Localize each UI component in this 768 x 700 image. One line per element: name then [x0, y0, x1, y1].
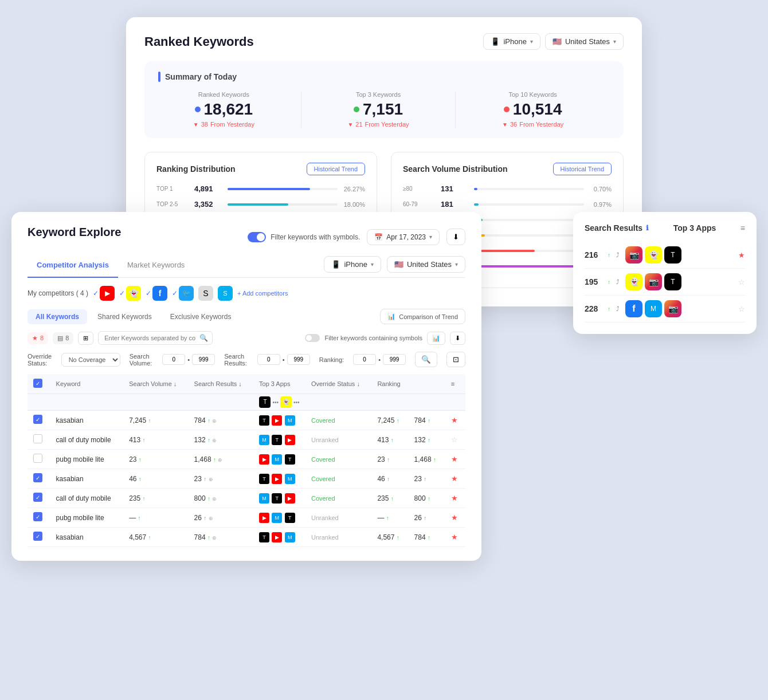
ms-app-icon: M	[285, 532, 295, 542]
select-all-checkbox[interactable]	[33, 379, 42, 388]
svd-row-ge80: ≥80 131 0.70%	[403, 184, 612, 193]
top3-apps-cell: ▶ M T	[253, 450, 305, 469]
results-title: Search Results ℹ	[585, 223, 649, 233]
ranking-vol-cell: 7,245 ↑	[371, 411, 408, 430]
override-status-select[interactable]: No Coverage	[61, 353, 120, 367]
ms-app-icon: M	[285, 474, 295, 484]
ranked-keywords-title: Ranked Keywords	[144, 34, 254, 49]
results-row: 216 ↑ ⤴ 📷 👻 T ★	[585, 242, 745, 269]
tab-exclusive-keywords[interactable]: Exclusive Keywords	[162, 309, 240, 324]
row-checkbox[interactable]	[33, 415, 42, 424]
keyword-search-input[interactable]	[98, 331, 213, 345]
row-checkbox[interactable]	[33, 434, 42, 443]
star-button[interactable]: ★	[451, 416, 458, 424]
tab-shared-keywords[interactable]: Shared Keywords	[89, 309, 160, 324]
results-info-icon[interactable]: ℹ	[646, 224, 649, 232]
search-results-cell: 784 ↑ ⊕	[189, 528, 253, 547]
star-filter-chip[interactable]: ★ 8	[28, 332, 48, 344]
row-checkbox[interactable]	[33, 512, 42, 521]
ms-app-icon: M	[285, 415, 295, 426]
download-button[interactable]: ⬇	[446, 229, 465, 245]
youtube-app-icon: ▶	[272, 532, 282, 542]
export-button[interactable]: ⬇	[450, 332, 465, 345]
device-dropdown[interactable]: 📱 iPhone ▾	[483, 33, 540, 50]
star-button[interactable]: ★	[451, 474, 458, 483]
country-dropdown[interactable]: 🇺🇸 United States ▾	[545, 33, 624, 50]
results-header: Search Results ℹ Top 3 Apps ≡	[585, 223, 745, 233]
search-vol-trend-button[interactable]: Historical Trend	[553, 163, 612, 175]
ranking-max[interactable]	[383, 354, 406, 365]
ranking-results-cell: 23 ↑	[409, 469, 445, 489]
ranking-min[interactable]	[353, 354, 376, 365]
star-button[interactable]: ★	[451, 455, 458, 463]
keyword-explore-panel: Keyword Explore Filter keywords with sym…	[11, 212, 481, 561]
tiktok-icon: T	[664, 273, 681, 290]
star-button[interactable]: ★	[451, 513, 458, 522]
search-filter-button[interactable]: 🔍	[415, 352, 437, 367]
tab-competitor-analysis[interactable]: Competitor Analysis	[28, 256, 118, 278]
filter-row: ★ 8 ▤ 8 ⊞ 🔍 Filter keywords containing s…	[28, 331, 465, 345]
download-icon: ⬇	[453, 233, 459, 241]
search-results-max[interactable]	[287, 354, 310, 365]
search-vol-cell: 235 ↑	[123, 489, 188, 508]
star-button[interactable]: ★	[451, 494, 458, 502]
filter-symbols-toggle-wrap: Filter keywords with symbols.	[248, 232, 360, 242]
chart-view-button[interactable]: 📊	[427, 332, 445, 345]
add-competitor-button[interactable]: + Add competitors	[237, 290, 288, 297]
explore-device-dropdown[interactable]: 📱 iPhone ▾	[324, 256, 381, 273]
keyword-cell: call of duty mobile	[50, 430, 124, 450]
star-button[interactable]: ☆	[738, 305, 745, 313]
page-filter-chip[interactable]: ▤ 8	[53, 332, 73, 344]
symbols-filter-toggle[interactable]	[305, 334, 320, 342]
row-checkbox[interactable]	[33, 454, 42, 463]
clear-filter-button[interactable]: ⊡	[446, 352, 465, 367]
ranking-results-cell: 132 ↑	[409, 430, 445, 450]
search-vol-min[interactable]	[162, 354, 185, 365]
ranking-results-cell: 784 ↑	[409, 528, 445, 547]
comparison-trend-button[interactable]: 📊 Comparison of Trend	[380, 309, 465, 324]
row-checkbox[interactable]	[33, 493, 42, 502]
search-vol-cell: 4,567 ↑	[123, 528, 188, 547]
top3-apps-cell: ▶ M T	[253, 508, 305, 528]
col-override-status[interactable]: Override Status ↓	[305, 374, 371, 394]
tab-market-keywords[interactable]: Market Keywords	[118, 256, 194, 278]
explore-country-dropdown[interactable]: 🇺🇸 United States ▾	[387, 256, 465, 273]
date-picker-button[interactable]: 📅 Apr 17, 2023 ▾	[367, 229, 440, 245]
ranking-trend-button[interactable]: Historical Trend	[307, 163, 365, 175]
arrow-down-icon: ▼	[502, 121, 508, 128]
microsoft-icon: M	[645, 300, 662, 317]
row-checkbox[interactable]	[33, 473, 42, 482]
search-results-cell: 784 ↑ ⊕	[189, 411, 253, 430]
col-search-volume[interactable]: Search Volume ↓	[123, 374, 188, 394]
top3-apps-cell: M T ▶	[253, 430, 305, 450]
ranking-range: •	[353, 354, 406, 365]
page-icon: ▤	[57, 335, 63, 342]
chevron-down-icon: ▾	[455, 261, 458, 268]
stats-row: Ranked Keywords 18,621 ▼ 38 From Yesterd…	[158, 91, 610, 128]
table-row: pubg mobile lite 23 ↑ 1,468 ↑ ⊕ ▶ M T Co…	[28, 450, 465, 469]
result-app-icons: f M 📷	[625, 300, 732, 317]
star-button[interactable]: ★	[451, 533, 458, 541]
row-checkbox[interactable]	[33, 532, 42, 541]
filter-options-button[interactable]: ⊞	[78, 332, 93, 345]
tiktok-app-icon: T	[259, 532, 269, 542]
col-top3-apps: Top 3 Apps	[253, 374, 305, 394]
override-status-cell: Covered	[305, 450, 371, 469]
filter-symbols-toggle[interactable]	[248, 232, 266, 242]
chart-icon: 📊	[387, 313, 395, 320]
search-vol-max[interactable]	[192, 354, 215, 365]
result-app-icons: 👻 📷 T	[625, 273, 732, 290]
star-button[interactable]: ☆	[451, 435, 458, 444]
col-search-results[interactable]: Search Results ↓	[189, 374, 253, 394]
stat-dot	[504, 107, 510, 112]
trend-icon: ⤴	[616, 305, 620, 312]
competitor-skype: S	[198, 286, 213, 301]
star-button[interactable]: ★	[738, 251, 745, 259]
stat-dot	[354, 107, 359, 112]
table-row: pubg mobile lite — ↑ 26 ↑ ⊕ ▶ M T Unrank…	[28, 508, 465, 528]
star-button[interactable]: ☆	[738, 278, 745, 286]
result-app-icons: 📷 👻 T	[625, 246, 732, 264]
tab-all-keywords[interactable]: All Keywords	[28, 309, 87, 324]
results-row: 228 ↑ ⤴ f M 📷 ☆	[585, 296, 745, 323]
search-results-min[interactable]	[257, 354, 280, 365]
